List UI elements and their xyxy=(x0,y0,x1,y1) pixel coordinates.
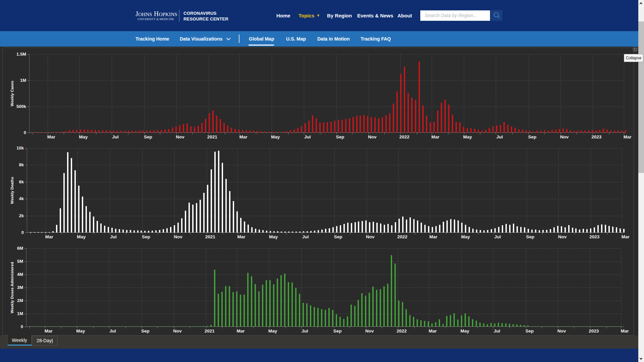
svg-text:Weekly Doses Administered: Weekly Doses Administered xyxy=(10,262,14,313)
svg-text:8k: 8k xyxy=(19,162,24,167)
svg-text:1M: 1M xyxy=(17,311,23,316)
svg-text:May: May xyxy=(268,328,277,334)
svg-text:Nov: Nov xyxy=(173,328,182,334)
svg-text:May: May xyxy=(461,328,470,334)
svg-text:0: 0 xyxy=(21,230,24,235)
svg-text:Sep: Sep xyxy=(333,328,342,334)
svg-text:Mar: Mar xyxy=(239,134,248,139)
svg-text:1.5M: 1.5M xyxy=(16,52,26,57)
svg-text:Sep: Sep xyxy=(526,234,534,239)
svg-text:Mar: Mar xyxy=(45,234,54,239)
svg-text:Nov: Nov xyxy=(557,328,566,334)
svg-text:Mar: Mar xyxy=(624,134,632,139)
svg-text:Weekly Deaths: Weekly Deaths xyxy=(10,177,14,204)
svg-text:Nov: Nov xyxy=(174,234,182,239)
svg-text:0: 0 xyxy=(21,324,23,329)
svg-text:2023: 2023 xyxy=(591,134,602,139)
svg-text:Jul: Jul xyxy=(304,134,311,139)
svg-text:May: May xyxy=(77,234,86,239)
svg-text:Jul: Jul xyxy=(494,234,501,239)
svg-text:Weekly Cases: Weekly Cases xyxy=(10,81,14,107)
svg-text:500k: 500k xyxy=(16,104,26,109)
svg-text:2023: 2023 xyxy=(589,234,600,239)
svg-text:Sep: Sep xyxy=(334,234,342,239)
svg-text:Nov: Nov xyxy=(366,234,375,239)
svg-text:Jul: Jul xyxy=(494,328,500,334)
svg-text:Sep: Sep xyxy=(141,328,150,334)
svg-text:May: May xyxy=(461,234,470,239)
svg-text:Sep: Sep xyxy=(142,234,150,239)
svg-text:Jul: Jul xyxy=(496,134,503,139)
svg-text:Sep: Sep xyxy=(336,134,344,139)
svg-text:Mar: Mar xyxy=(47,134,56,139)
svg-text:Mar: Mar xyxy=(429,328,437,334)
svg-text:May: May xyxy=(271,134,280,139)
svg-text:May: May xyxy=(76,328,85,334)
svg-text:2021: 2021 xyxy=(207,134,218,139)
svg-text:2021: 2021 xyxy=(205,234,216,239)
svg-text:2023: 2023 xyxy=(589,328,599,334)
svg-text:Nov: Nov xyxy=(558,234,567,239)
svg-text:4M: 4M xyxy=(17,272,23,277)
svg-text:Nov: Nov xyxy=(176,134,184,139)
svg-text:Mar: Mar xyxy=(621,328,629,334)
svg-text:2M: 2M xyxy=(17,298,23,303)
svg-text:Jul: Jul xyxy=(110,234,117,239)
svg-text:Mar: Mar xyxy=(622,234,630,239)
svg-text:10k: 10k xyxy=(16,145,24,150)
svg-text:Mar: Mar xyxy=(431,134,440,139)
svg-text:Sep: Sep xyxy=(525,328,534,334)
svg-text:Mar: Mar xyxy=(429,234,438,239)
svg-text:Jul: Jul xyxy=(302,328,308,334)
svg-text:Sep: Sep xyxy=(528,134,536,139)
svg-text:3M: 3M xyxy=(17,285,23,290)
svg-text:6M: 6M xyxy=(17,246,23,251)
svg-text:Sep: Sep xyxy=(144,134,152,139)
svg-text:2021: 2021 xyxy=(205,328,215,334)
svg-text:2022: 2022 xyxy=(399,134,409,139)
svg-text:Jul: Jul xyxy=(109,328,116,334)
svg-text:2022: 2022 xyxy=(396,328,407,334)
svg-text:May: May xyxy=(269,234,278,239)
svg-text:1M: 1M xyxy=(20,78,26,83)
svg-text:Nov: Nov xyxy=(365,328,374,334)
svg-text:Jul: Jul xyxy=(302,234,309,239)
svg-text:May: May xyxy=(463,134,472,139)
svg-text:6k: 6k xyxy=(19,179,24,184)
svg-text:Nov: Nov xyxy=(560,134,569,139)
svg-text:Mar: Mar xyxy=(237,234,246,239)
svg-text:Jul: Jul xyxy=(112,134,119,139)
svg-text:0: 0 xyxy=(24,130,26,135)
svg-text:Mar: Mar xyxy=(236,328,245,334)
svg-text:5M: 5M xyxy=(17,259,23,264)
svg-text:Nov: Nov xyxy=(368,134,377,139)
svg-text:May: May xyxy=(79,134,88,139)
svg-text:Mar: Mar xyxy=(45,328,53,334)
svg-text:2022: 2022 xyxy=(397,234,407,239)
svg-text:4k: 4k xyxy=(19,196,24,201)
svg-text:2k: 2k xyxy=(19,213,24,218)
